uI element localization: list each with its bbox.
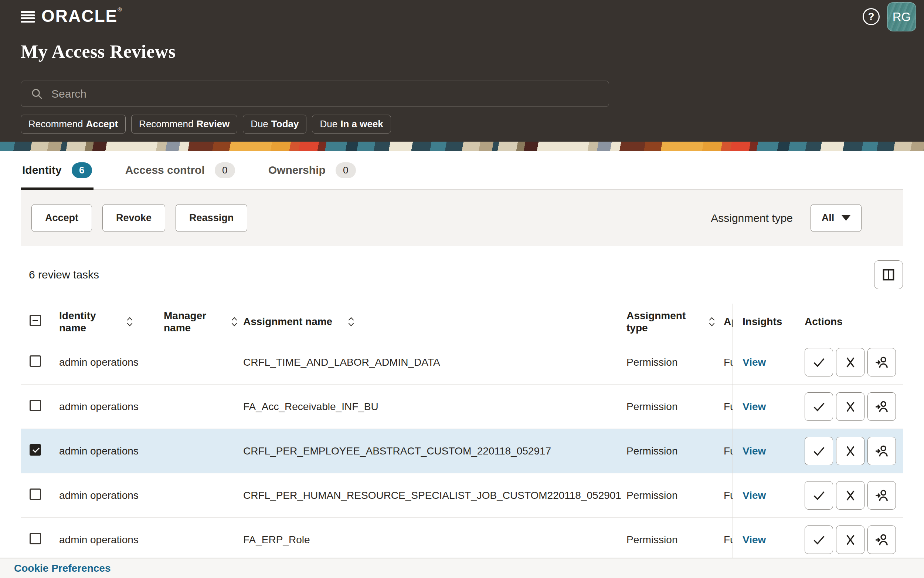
chip-recommend-accept[interactable]: RecommendAccept (21, 115, 126, 133)
row-accept-button[interactable] (804, 481, 833, 510)
cookie-preferences-link[interactable]: Cookie Preferences (14, 562, 110, 574)
manage-columns-button[interactable] (874, 260, 903, 289)
row-checkbox[interactable] (29, 400, 41, 411)
bulk-action-toolbar: Accept Revoke Reassign Assignment type A… (21, 190, 903, 246)
cell-type: Permission (626, 445, 724, 457)
row-reassign-button[interactable] (867, 526, 896, 554)
cell-type: Permission (626, 357, 724, 369)
chevron-down-icon (841, 215, 850, 221)
row-revoke-button[interactable] (836, 526, 864, 554)
cell-identity: admin operations (59, 490, 164, 502)
topbar: ORACLE® ? RG My Access Reviews Recommend… (0, 0, 924, 142)
row-checkbox[interactable] (29, 489, 41, 500)
cell-app-clipped: Fu (724, 445, 733, 457)
revoke-button[interactable]: Revoke (102, 204, 165, 232)
review-table: Identity name Manager name Assignment na… (21, 304, 903, 562)
table-row: admin operations FA_ERP_Role Permission … (21, 518, 903, 562)
tab-ownership[interactable]: Ownership 0 (267, 151, 358, 189)
close-icon (843, 355, 858, 370)
filter-chips: RecommendAccept RecommendReview DueToday… (21, 115, 391, 133)
view-link[interactable]: View (743, 534, 766, 546)
row-revoke-button[interactable] (836, 437, 864, 465)
view-link[interactable]: View (743, 490, 766, 501)
col-actions: Actions (795, 316, 903, 328)
cell-assignment: FA_ERP_Role (243, 534, 626, 546)
table-row: admin operations CRFL_PER_EMPLOYEE_ABSTR… (21, 429, 903, 473)
accept-button[interactable]: Accept (31, 204, 92, 232)
tab-access-control[interactable]: Access control 0 (124, 151, 236, 189)
row-checkbox[interactable] (29, 356, 41, 367)
row-reassign-button[interactable] (867, 481, 896, 510)
sort-icon[interactable] (126, 316, 134, 327)
search-input[interactable] (51, 88, 599, 100)
row-accept-button[interactable] (804, 392, 833, 421)
reassign-user-icon (874, 533, 889, 547)
column-divider[interactable] (733, 304, 733, 559)
cell-identity: admin operations (59, 357, 164, 369)
oracle-logo: ORACLE® (41, 6, 122, 26)
view-link[interactable]: View (743, 401, 766, 412)
row-reassign-button[interactable] (867, 437, 896, 465)
col-app-clipped: Ap (724, 316, 733, 328)
row-accept-button[interactable] (804, 526, 833, 554)
registered-mark: ® (118, 6, 122, 13)
sort-icon[interactable] (708, 316, 716, 327)
search-box[interactable] (21, 81, 609, 107)
cell-assignment: FA_Acc_Receivable_INF_BU (243, 401, 626, 413)
reassign-user-icon (874, 444, 889, 459)
row-revoke-button[interactable] (836, 392, 864, 421)
check-icon (812, 355, 827, 370)
view-link[interactable]: View (743, 357, 766, 368)
assignment-type-dropdown[interactable]: All (811, 204, 861, 232)
row-checkbox[interactable] (29, 533, 41, 544)
menu-icon[interactable] (21, 11, 35, 23)
cell-identity: admin operations (59, 534, 164, 546)
reassign-user-icon (874, 488, 889, 503)
cell-assignment: CRFL_TIME_AND_LABOR_ADMIN_DATA (243, 357, 626, 369)
close-icon (843, 399, 858, 414)
tab-access-control-count: 0 (215, 162, 235, 178)
col-assignment-type: Assignment type (626, 310, 693, 334)
row-accept-button[interactable] (804, 348, 833, 377)
page-title: My Access Reviews (21, 41, 176, 62)
chip-recommend-review[interactable]: RecommendReview (131, 115, 237, 133)
row-accept-button[interactable] (804, 437, 833, 465)
summary-row: 6 review tasks (21, 246, 903, 304)
cell-assignment: CRFL_PER_EMPLOYEE_ABSTRACT_CUSTOM_220118… (243, 445, 626, 457)
tab-identity[interactable]: Identity 6 (21, 151, 94, 189)
check-icon (812, 444, 827, 459)
sort-icon[interactable] (347, 316, 355, 327)
help-icon[interactable]: ? (863, 8, 880, 25)
col-identity-name: Identity name (59, 310, 111, 334)
reassign-button[interactable]: Reassign (176, 204, 247, 232)
table-row: admin operations CRFL_TIME_AND_LABOR_ADM… (21, 340, 903, 385)
select-all-checkbox[interactable] (29, 315, 41, 326)
row-reassign-button[interactable] (867, 392, 896, 421)
row-revoke-button[interactable] (836, 348, 864, 377)
cell-type: Permission (626, 534, 724, 546)
cell-identity: admin operations (59, 445, 164, 457)
footer: Cookie Preferences (0, 558, 924, 578)
avatar[interactable]: RG (887, 2, 916, 31)
view-link[interactable]: View (743, 445, 766, 457)
close-icon (843, 488, 858, 503)
row-revoke-button[interactable] (836, 481, 864, 510)
row-reassign-button[interactable] (867, 348, 896, 377)
chip-due-week[interactable]: DueIn a week (312, 115, 391, 133)
chip-due-today[interactable]: DueToday (243, 115, 306, 133)
close-icon (843, 444, 858, 459)
tab-ownership-count: 0 (336, 162, 356, 178)
tab-identity-count: 6 (72, 162, 92, 178)
reassign-user-icon (874, 399, 889, 414)
cell-type: Permission (626, 401, 724, 413)
assignment-type-label: Assignment type (711, 212, 793, 224)
table-row: admin operations CRFL_PER_HUMAN_RESOURCE… (21, 473, 903, 518)
row-checkbox[interactable] (29, 444, 41, 456)
cell-type: Permission (626, 490, 724, 502)
close-icon (843, 533, 858, 547)
columns-icon (882, 268, 895, 282)
review-count: 6 review tasks (29, 268, 99, 281)
sort-icon[interactable] (230, 316, 238, 327)
check-icon (812, 488, 827, 503)
col-insights: Insights (733, 316, 795, 328)
